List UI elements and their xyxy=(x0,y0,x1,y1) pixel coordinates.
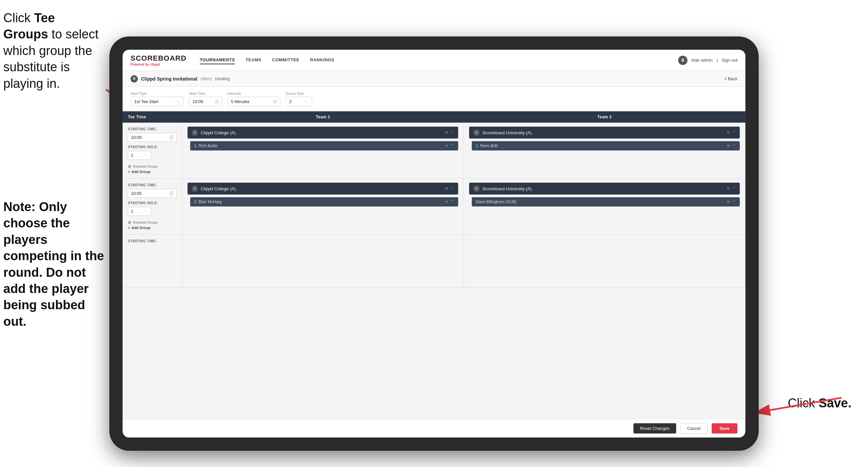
th-team1: Team 1 xyxy=(182,111,464,123)
player-up-1-1[interactable]: ⌃ xyxy=(451,144,454,148)
team2-cell-partial xyxy=(464,235,745,287)
player-up-2-1[interactable]: ⌃ xyxy=(733,144,736,148)
team2-card-left-1: S Scoreboard University (A) xyxy=(473,129,532,136)
nav-tournaments[interactable]: TOURNAMENTS xyxy=(200,56,235,64)
note-text: Note: Only choose the players competing … xyxy=(3,199,109,330)
group-size-label: Group Size xyxy=(286,91,312,95)
instruction-top-part1: Click xyxy=(3,11,34,25)
team2-cell-1: S Scoreboard University (A) ✕ ⌃ 1. Rees … xyxy=(464,123,745,178)
logo-powered: Powered by clippd xyxy=(130,63,187,66)
nav-user: blair admin xyxy=(691,58,713,63)
player-name-1-1: 1. Rich Butler xyxy=(194,144,218,148)
team2-card-2[interactable]: S Scoreboard University (A) ✕ ⌃ xyxy=(469,183,740,195)
player-x-2-1[interactable]: ✕ xyxy=(726,144,730,148)
team2-up-2[interactable]: ⌃ xyxy=(733,186,736,191)
group-size-input[interactable]: 2 ⌃⌄ xyxy=(286,97,312,107)
team2-x-1[interactable]: ✕ xyxy=(726,130,730,135)
start-type-spinner: ⌃⌄ xyxy=(175,100,180,104)
click-save-part1: Click xyxy=(788,396,819,410)
team1-card-right-1: ✕ ⌃ xyxy=(445,130,454,135)
starting-hole-input-1[interactable]: 1 ⌃⌄ xyxy=(128,151,151,160)
group-row-partial: STARTING TIME: xyxy=(123,235,745,288)
team1-card-2[interactable]: C Clippd College (A) ✕ ⌃ xyxy=(187,183,458,195)
team2-icon-1: S xyxy=(473,129,480,136)
logo-text: SCOREBOARD xyxy=(130,54,187,62)
time-icon-1: 🕐 xyxy=(169,135,174,140)
avatar: B xyxy=(678,56,687,65)
group-actions-2: 🗑 Remove Group + Add Group xyxy=(128,221,177,230)
back-link[interactable]: < Back xyxy=(724,76,738,81)
team1-up-2[interactable]: ⌃ xyxy=(451,186,454,191)
add-group-btn-2[interactable]: + Add Group xyxy=(128,226,177,230)
player-x-1-1[interactable]: ✕ xyxy=(445,144,448,148)
nav-teams[interactable]: TEAMS xyxy=(246,56,261,64)
reset-changes-button[interactable]: Reset Changes xyxy=(633,423,677,434)
team2-card-left-2: S Scoreboard University (A) xyxy=(473,185,532,192)
nav-signout[interactable]: Sign out xyxy=(721,58,738,63)
team2-card-1[interactable]: S Scoreboard University (A) ✕ ⌃ xyxy=(469,126,740,139)
player-up-2-2[interactable]: ⌃ xyxy=(733,200,736,204)
start-time-label: Start Time xyxy=(189,91,222,95)
add-group-btn-1[interactable]: + Add Group xyxy=(128,170,177,174)
group-size-spinner: ⌃⌄ xyxy=(303,100,308,104)
team1-up-1[interactable]: ⌃ xyxy=(451,130,454,135)
start-time-input[interactable]: 10:00 🕐 xyxy=(189,97,222,107)
remove-group-btn-1[interactable]: 🗑 Remove Group xyxy=(128,165,177,168)
team2-x-2[interactable]: ✕ xyxy=(726,186,730,191)
starting-time-input-2[interactable]: 10:05 🕐 xyxy=(128,189,177,198)
player-row-1-1: 1. Rich Butler ✕ ⌃ xyxy=(190,141,458,150)
nav-rankings[interactable]: RANKINGS xyxy=(310,56,334,64)
nav-right: B blair admin | Sign out xyxy=(678,56,738,65)
tablet-frame: SCOREBOARD Powered by clippd TOURNAMENTS… xyxy=(109,36,759,451)
team1-card-1[interactable]: C Clippd College (A) ✕ ⌃ xyxy=(187,126,458,139)
click-save-bold: Save. xyxy=(819,396,851,410)
logo-scoreboard: SCOREBOARD xyxy=(130,54,187,63)
group-row-1: STARTING TIME: 10:00 🕐 STARTING HOLE: 1 … xyxy=(123,123,745,179)
logo-area: SCOREBOARD Powered by clippd xyxy=(130,54,187,66)
group-size-group: Group Size 2 ⌃⌄ xyxy=(286,91,312,107)
start-time-spinner: 🕐 xyxy=(214,100,218,104)
starting-time-label-1: STARTING TIME: xyxy=(128,127,177,131)
team1-icon-2: C xyxy=(191,185,198,192)
trash-icon-2: 🗑 xyxy=(128,221,131,224)
starting-time-input-1[interactable]: 10:00 🕐 xyxy=(128,133,177,142)
note-label: Note: xyxy=(3,200,39,214)
cancel-button[interactable]: Cancel xyxy=(680,423,707,434)
starting-hole-input-2[interactable]: 1 ⌃⌄ xyxy=(128,207,151,216)
save-button[interactable]: Save xyxy=(712,423,738,434)
starting-hole-label-2: STARTING HOLE: xyxy=(128,201,177,205)
intervals-input[interactable]: 5 Minutes 🕐 xyxy=(227,97,280,107)
team1-x-2[interactable]: ✕ xyxy=(445,186,448,191)
th-team2: Team 2 xyxy=(464,111,745,123)
nav-committee[interactable]: COMMITTEE xyxy=(272,56,300,64)
player-row-right-2-2: ✕ ⌃ xyxy=(726,200,736,204)
th-tee-time: Tee Time xyxy=(123,111,182,123)
top-nav: SCOREBOARD Powered by clippd TOURNAMENTS… xyxy=(123,50,745,71)
group-row-2: STARTING TIME: 10:05 🕐 STARTING HOLE: 1 … xyxy=(123,179,745,235)
intervals-spinner: 🕐 xyxy=(273,100,277,104)
settings-inputs: Start Type 1st Tee Start ⌃⌄ Start Time 1… xyxy=(130,91,738,107)
player-up-1-2[interactable]: ⌃ xyxy=(451,200,454,204)
nav-separator: | xyxy=(717,58,718,63)
player-x-2-2[interactable]: ✕ xyxy=(726,200,730,204)
start-type-input[interactable]: 1st Tee Start ⌃⌄ xyxy=(130,97,184,107)
plus-icon-1: + xyxy=(128,170,130,174)
breadcrumb-bar: B Clippd Spring Invitational (Men) Hosti… xyxy=(123,71,745,87)
team2-card-right-1: ✕ ⌃ xyxy=(726,130,736,135)
team2-card-right-2: ✕ ⌃ xyxy=(726,186,736,191)
hole-spinner-1: ⌃⌄ xyxy=(143,153,148,157)
breadcrumb-left: B Clippd Spring Invitational (Men) Hosti… xyxy=(130,75,230,83)
starting-hole-label-1: STARTING HOLE: xyxy=(128,145,177,149)
trash-icon-1: 🗑 xyxy=(128,165,131,168)
hole-spinner-2: ⌃⌄ xyxy=(143,209,148,213)
team1-x-1[interactable]: ✕ xyxy=(445,130,448,135)
team2-name-1: Scoreboard University (A) xyxy=(483,130,532,135)
plus-icon-2: + xyxy=(128,226,130,230)
remove-group-btn-2[interactable]: 🗑 Remove Group xyxy=(128,221,177,224)
player-x-1-2[interactable]: ✕ xyxy=(445,200,448,204)
team2-up-1[interactable]: ⌃ xyxy=(733,130,736,135)
start-type-label: Start Type xyxy=(130,91,184,95)
instruction-top: Click Tee Groups to select which group t… xyxy=(3,10,103,92)
player-name-2-2: Dave Billingham (SUB) xyxy=(476,200,517,204)
team2-cell-2: S Scoreboard University (A) ✕ ⌃ Dave Bil… xyxy=(464,179,745,234)
